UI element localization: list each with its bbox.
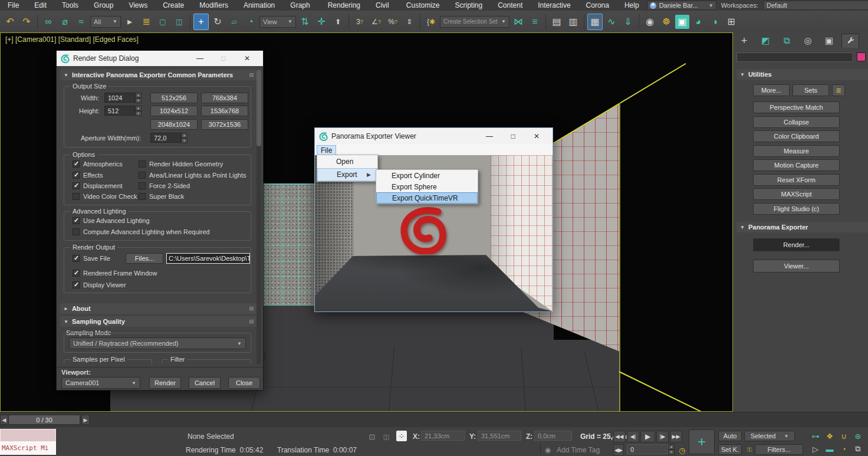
output-path-field[interactable]: C:\Users\Sarevok\Desktop\TUT(	[166, 253, 250, 264]
select-and-rotate-icon[interactable]: ↻	[210, 14, 225, 30]
sampling-quality-rollout-header[interactable]: ▼ Sampling Quality ⊟	[60, 316, 257, 327]
render-hidden-geometry-checkbox[interactable]: Render Hidden Geometry	[139, 160, 223, 168]
minimize-icon[interactable]: —	[188, 51, 212, 66]
transform-type-in-icon[interactable]: ⁘	[396, 431, 407, 441]
select-object-icon[interactable]: ▸	[122, 14, 137, 30]
motion-tab-icon[interactable]: ◎	[799, 34, 817, 48]
user-account-dropdown[interactable]: Daniele Bar... ▼	[647, 1, 716, 10]
utility-maxscript-button[interactable]: MAXScript	[753, 188, 840, 200]
width-spinner[interactable]: ▲▼	[135, 93, 142, 103]
menu-rendering[interactable]: Rendering	[320, 0, 368, 11]
undo-icon[interactable]: ↶	[2, 14, 18, 30]
maximize-icon[interactable]: □	[501, 129, 525, 144]
close-icon[interactable]: ✕	[525, 129, 548, 144]
angle-snap-icon[interactable]: ∠?	[369, 14, 384, 30]
pan-view-icon[interactable]: ▷	[809, 443, 822, 455]
key-step-toggle[interactable]: ◀▶	[613, 444, 624, 456]
utility-collapse-button[interactable]: Collapse	[753, 116, 840, 128]
align-icon[interactable]: ≡	[527, 14, 542, 30]
selection-filter-dropdown[interactable]: All ▼	[90, 16, 121, 28]
render-setup-icon[interactable]: ☸	[659, 14, 674, 30]
utilities-tab-icon[interactable]	[841, 34, 859, 48]
display-viewer-checkbox[interactable]: Display Viewer	[73, 281, 126, 288]
viewport-selector-dropdown[interactable]: Camera001 ▼	[61, 377, 140, 389]
more-utilities-button[interactable]: More...	[753, 84, 790, 96]
minimize-icon[interactable]: —	[478, 129, 501, 144]
zoom-region-icon[interactable]: ⊛	[851, 430, 864, 442]
use-advanced-lighting-checkbox[interactable]: Use Advanced Lighting	[73, 217, 150, 224]
height-field[interactable]: 512	[104, 106, 135, 116]
menu-scripting[interactable]: Scripting	[448, 0, 491, 11]
curve-editor-icon[interactable]: ∿	[604, 14, 619, 30]
menu-modifiers[interactable]: Modifiers	[192, 0, 236, 11]
menu-civil-view[interactable]: Civil View	[368, 0, 399, 11]
utility-motion-capture-button[interactable]: Motion Capture	[753, 159, 840, 171]
utility-perspective-match-button[interactable]: Perspective Match	[753, 101, 840, 113]
width-field[interactable]: 1024	[104, 93, 135, 103]
hierarchy-tab-icon[interactable]: ⧉	[778, 34, 795, 48]
x-coordinate-field[interactable]: 21,33cm	[421, 431, 465, 441]
displacement-checkbox[interactable]: Displacement	[73, 182, 123, 189]
zoom-all-icon[interactable]: ❖	[823, 430, 836, 442]
preset-512x256-button[interactable]: 512x256	[150, 93, 198, 103]
menu-group[interactable]: Group	[86, 0, 121, 11]
force-2-sided-checkbox[interactable]: Force 2-Sided	[139, 182, 190, 189]
select-and-scale-icon[interactable]: ▱	[226, 14, 242, 30]
utility-measure-button[interactable]: Measure	[753, 145, 840, 157]
z-coordinate-field[interactable]: 0,0cm	[534, 431, 572, 441]
save-file-checkbox[interactable]: Save File	[73, 255, 110, 262]
object-color-swatch[interactable]	[857, 53, 866, 61]
utility-color-clipboard-button[interactable]: Color Clipboard	[753, 130, 840, 142]
aperture-spinner[interactable]: ▲▼	[181, 133, 188, 143]
keyboard-shortcut-override-icon[interactable]: ⬆	[330, 14, 346, 30]
viewport-layout-tabs-icon[interactable]: ⊞	[724, 14, 739, 30]
render-production-icon[interactable]: ◕	[691, 14, 706, 30]
preset-2048x1024-button[interactable]: 2048x1024	[150, 119, 198, 130]
height-spinner[interactable]: ▲▼	[135, 106, 142, 116]
compute-advanced-lighting-checkbox[interactable]: Compute Advanced Lighting when Required	[73, 228, 210, 235]
export-sphere-item[interactable]: Export Sphere	[376, 181, 478, 192]
dialog-scrollbar-thumb[interactable]	[257, 70, 261, 146]
rendered-frame-window-checkbox[interactable]: Rendered Frame Window	[73, 270, 157, 277]
render-iterative-icon[interactable]: ◑	[707, 14, 722, 30]
area-linear-lights-checkbox[interactable]: Area/Linear Lights as Point Lights	[139, 172, 246, 179]
rendered-frame-window-icon[interactable]: ▣	[675, 15, 689, 29]
workspaces-dropdown[interactable]: Default ▼	[763, 1, 868, 10]
object-name-field[interactable]	[737, 53, 853, 62]
menu-edit[interactable]: Edit	[27, 0, 54, 11]
zoom-icon[interactable]: ⊶	[809, 430, 822, 442]
create-tab-icon[interactable]: +	[735, 34, 753, 48]
menu-animation[interactable]: Animation	[236, 0, 282, 11]
menu-corona[interactable]: Corona	[578, 0, 617, 11]
menu-content[interactable]: Content	[490, 0, 530, 11]
utility-flight-studio-button[interactable]: Flight Studio (c)	[753, 203, 840, 215]
reference-coordinate-dropdown[interactable]: View ▼	[259, 16, 296, 28]
close-button[interactable]: Close	[228, 377, 260, 389]
panorama-viewer-button[interactable]: Viewer...	[753, 260, 840, 273]
named-selection-sets-dropdown[interactable]: Create Selection Set ▼	[440, 16, 509, 28]
select-and-manipulate-icon[interactable]: ✛	[314, 14, 329, 30]
time-slider-track[interactable]: ◀ 0 / 30 ▶	[0, 412, 868, 427]
select-and-move-icon[interactable]: +	[193, 14, 209, 30]
menu-tools[interactable]: Tools	[54, 0, 86, 11]
snaps-toggle-icon[interactable]: 3?	[352, 14, 367, 30]
time-slider-handle[interactable]: 0 / 30	[8, 415, 80, 425]
menu-help[interactable]: Help	[617, 0, 647, 11]
render-setup-titlebar[interactable]: Render Setup Dialog — □ ✕	[57, 51, 263, 66]
previous-key-button[interactable]: ◀|	[627, 431, 639, 442]
toggle-scene-explorer-icon[interactable]: ▤	[549, 14, 564, 30]
preset-768x384-button[interactable]: 768x384	[201, 93, 248, 103]
use-pivot-point-icon[interactable]: ⇅	[297, 14, 313, 30]
menu-create[interactable]: Create	[155, 0, 192, 11]
utilities-rollout-header[interactable]: ▼ Utilities ⊟	[737, 69, 868, 80]
bind-to-space-warp-icon[interactable]: ≈	[74, 14, 89, 30]
toggle-ribbon-icon[interactable]: ▦	[587, 14, 603, 30]
set-keys-button[interactable]: +	[689, 429, 715, 454]
display-tab-icon[interactable]: ▣	[820, 34, 838, 48]
dialog-scrollbar[interactable]	[257, 70, 261, 365]
play-button[interactable]: ▶	[640, 431, 655, 442]
rectangular-selection-region-icon[interactable]: ▢	[155, 14, 170, 30]
maximize-viewport-toggle-icon[interactable]: ⧉	[851, 443, 864, 455]
maxscript-mini-listener-macro[interactable]	[0, 429, 56, 442]
y-coordinate-field[interactable]: 31,551cm	[478, 431, 521, 441]
